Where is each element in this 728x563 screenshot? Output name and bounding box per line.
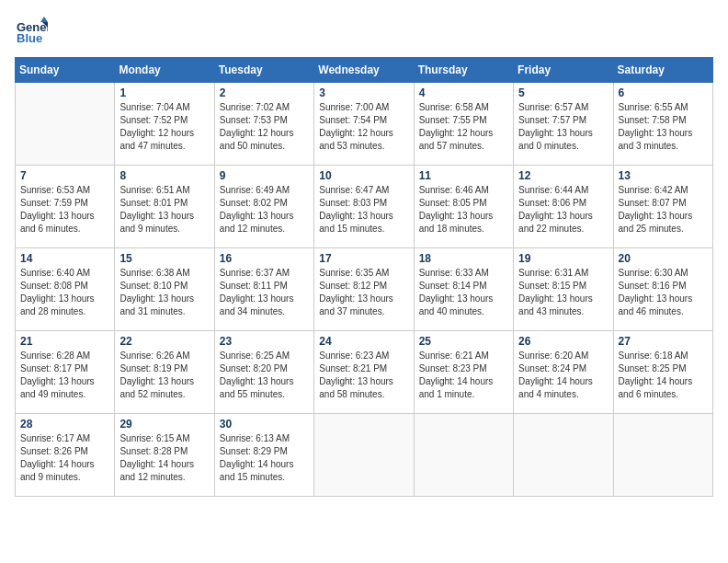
day-number: 14 (20, 252, 109, 265)
day-number: 1 (119, 86, 209, 99)
calendar-table: SundayMondayTuesdayWednesdayThursdayFrid… (15, 57, 713, 497)
day-number: 17 (319, 252, 408, 265)
cell-info: Sunrise: 6:47 AM Sunset: 8:03 PM Dayligh… (319, 184, 408, 236)
day-number: 10 (319, 169, 408, 182)
cell-info: Sunrise: 6:53 AM Sunset: 7:59 PM Dayligh… (20, 184, 109, 236)
weekday-header-row: SundayMondayTuesdayWednesdayThursdayFrid… (16, 58, 713, 83)
day-number: 29 (119, 418, 209, 431)
calendar-cell: 8Sunrise: 6:51 AM Sunset: 8:01 PM Daylig… (115, 166, 214, 248)
day-number: 26 (518, 335, 608, 348)
cell-info: Sunrise: 6:40 AM Sunset: 8:08 PM Dayligh… (20, 267, 109, 318)
calendar-cell: 19Sunrise: 6:31 AM Sunset: 8:15 PM Dayli… (514, 248, 613, 331)
day-number: 7 (20, 169, 109, 182)
cell-info: Sunrise: 6:26 AM Sunset: 8:19 PM Dayligh… (119, 350, 209, 401)
cell-info: Sunrise: 6:35 AM Sunset: 8:12 PM Dayligh… (319, 267, 408, 318)
calendar-cell: 11Sunrise: 6:46 AM Sunset: 8:05 PM Dayli… (414, 166, 513, 248)
weekday-header-thursday: Thursday (414, 58, 513, 83)
cell-info: Sunrise: 6:38 AM Sunset: 8:10 PM Dayligh… (119, 267, 209, 318)
day-number: 12 (518, 169, 608, 182)
day-number: 20 (619, 252, 708, 265)
cell-info: Sunrise: 6:44 AM Sunset: 8:06 PM Dayligh… (518, 184, 608, 236)
calendar-week-row: 14Sunrise: 6:40 AM Sunset: 8:08 PM Dayli… (16, 248, 713, 331)
cell-info: Sunrise: 6:28 AM Sunset: 8:17 PM Dayligh… (20, 350, 109, 401)
weekday-header-wednesday: Wednesday (314, 58, 414, 83)
day-number: 2 (220, 86, 309, 99)
calendar-cell: 18Sunrise: 6:33 AM Sunset: 8:14 PM Dayli… (414, 248, 513, 331)
calendar-cell: 5Sunrise: 6:57 AM Sunset: 7:57 PM Daylig… (514, 83, 613, 166)
cell-info: Sunrise: 7:00 AM Sunset: 7:54 PM Dayligh… (319, 101, 408, 153)
cell-info: Sunrise: 6:30 AM Sunset: 8:16 PM Dayligh… (619, 267, 708, 318)
calendar-cell: 26Sunrise: 6:20 AM Sunset: 8:24 PM Dayli… (514, 331, 613, 414)
calendar-cell: 9Sunrise: 6:49 AM Sunset: 8:02 PM Daylig… (214, 166, 313, 248)
calendar-cell: 3Sunrise: 7:00 AM Sunset: 7:54 PM Daylig… (314, 83, 414, 166)
calendar-cell: 12Sunrise: 6:44 AM Sunset: 8:06 PM Dayli… (514, 166, 613, 248)
calendar-cell: 29Sunrise: 6:15 AM Sunset: 8:28 PM Dayli… (115, 414, 214, 497)
day-number: 24 (319, 335, 408, 348)
cell-info: Sunrise: 6:25 AM Sunset: 8:20 PM Dayligh… (220, 350, 309, 401)
day-number: 25 (419, 335, 508, 348)
calendar-cell: 6Sunrise: 6:55 AM Sunset: 7:58 PM Daylig… (613, 83, 712, 166)
day-number: 19 (518, 252, 608, 265)
calendar-week-row: 21Sunrise: 6:28 AM Sunset: 8:17 PM Dayli… (16, 331, 713, 414)
calendar-cell: 7Sunrise: 6:53 AM Sunset: 7:59 PM Daylig… (16, 166, 115, 248)
cell-info: Sunrise: 6:58 AM Sunset: 7:55 PM Dayligh… (419, 101, 508, 153)
cell-info: Sunrise: 6:46 AM Sunset: 8:05 PM Dayligh… (419, 184, 508, 236)
cell-info: Sunrise: 6:20 AM Sunset: 8:24 PM Dayligh… (518, 350, 608, 401)
day-number: 9 (220, 169, 309, 182)
logo-icon: General Blue (15, 15, 48, 48)
day-number: 22 (119, 335, 209, 348)
calendar-cell: 23Sunrise: 6:25 AM Sunset: 8:20 PM Dayli… (214, 331, 313, 414)
calendar-cell: 1Sunrise: 7:04 AM Sunset: 7:52 PM Daylig… (115, 83, 214, 166)
day-number: 11 (419, 169, 508, 182)
calendar-week-row: 1Sunrise: 7:04 AM Sunset: 7:52 PM Daylig… (16, 83, 713, 166)
calendar-cell: 15Sunrise: 6:38 AM Sunset: 8:10 PM Dayli… (115, 248, 214, 331)
calendar-cell: 4Sunrise: 6:58 AM Sunset: 7:55 PM Daylig… (414, 83, 513, 166)
cell-info: Sunrise: 6:55 AM Sunset: 7:58 PM Dayligh… (619, 101, 708, 153)
calendar-cell: 17Sunrise: 6:35 AM Sunset: 8:12 PM Dayli… (314, 248, 414, 331)
day-number: 28 (20, 418, 109, 431)
cell-info: Sunrise: 6:51 AM Sunset: 8:01 PM Dayligh… (119, 184, 209, 236)
weekday-header-sunday: Sunday (16, 58, 115, 83)
cell-info: Sunrise: 6:15 AM Sunset: 8:28 PM Dayligh… (119, 432, 209, 484)
day-number: 8 (119, 169, 209, 182)
cell-info: Sunrise: 7:04 AM Sunset: 7:52 PM Dayligh… (119, 101, 209, 153)
cell-info: Sunrise: 6:33 AM Sunset: 8:14 PM Dayligh… (419, 267, 508, 318)
cell-info: Sunrise: 7:02 AM Sunset: 7:53 PM Dayligh… (220, 101, 309, 153)
calendar-cell: 28Sunrise: 6:17 AM Sunset: 8:26 PM Dayli… (16, 414, 115, 497)
day-number: 5 (518, 86, 608, 99)
calendar-cell: 30Sunrise: 6:13 AM Sunset: 8:29 PM Dayli… (214, 414, 313, 497)
cell-info: Sunrise: 6:18 AM Sunset: 8:25 PM Dayligh… (619, 350, 708, 401)
calendar-cell: 13Sunrise: 6:42 AM Sunset: 8:07 PM Dayli… (613, 166, 712, 248)
calendar-cell (414, 414, 513, 497)
day-number: 13 (619, 169, 708, 182)
calendar-cell: 16Sunrise: 6:37 AM Sunset: 8:11 PM Dayli… (214, 248, 313, 331)
day-number: 3 (319, 86, 408, 99)
calendar-cell: 10Sunrise: 6:47 AM Sunset: 8:03 PM Dayli… (314, 166, 414, 248)
page-header: General Blue (15, 15, 713, 48)
day-number: 18 (419, 252, 508, 265)
day-number: 23 (220, 335, 309, 348)
weekday-header-tuesday: Tuesday (214, 58, 313, 83)
day-number: 4 (419, 86, 508, 99)
calendar-week-row: 7Sunrise: 6:53 AM Sunset: 7:59 PM Daylig… (16, 166, 713, 248)
day-number: 6 (619, 86, 708, 99)
weekday-header-saturday: Saturday (613, 58, 712, 83)
calendar-cell: 21Sunrise: 6:28 AM Sunset: 8:17 PM Dayli… (16, 331, 115, 414)
calendar-cell (314, 414, 414, 497)
calendar-cell: 24Sunrise: 6:23 AM Sunset: 8:21 PM Dayli… (314, 331, 414, 414)
weekday-header-monday: Monday (115, 58, 214, 83)
calendar-cell: 2Sunrise: 7:02 AM Sunset: 7:53 PM Daylig… (214, 83, 313, 166)
day-number: 21 (20, 335, 109, 348)
cell-info: Sunrise: 6:31 AM Sunset: 8:15 PM Dayligh… (518, 267, 608, 318)
calendar-cell: 20Sunrise: 6:30 AM Sunset: 8:16 PM Dayli… (613, 248, 712, 331)
cell-info: Sunrise: 6:23 AM Sunset: 8:21 PM Dayligh… (319, 350, 408, 401)
calendar-cell (613, 414, 712, 497)
logo: General Blue (15, 15, 51, 48)
cell-info: Sunrise: 6:17 AM Sunset: 8:26 PM Dayligh… (20, 432, 109, 484)
calendar-cell: 27Sunrise: 6:18 AM Sunset: 8:25 PM Dayli… (613, 331, 712, 414)
calendar-cell (514, 414, 613, 497)
day-number: 16 (220, 252, 309, 265)
cell-info: Sunrise: 6:42 AM Sunset: 8:07 PM Dayligh… (619, 184, 708, 236)
svg-text:Blue: Blue (17, 31, 42, 45)
cell-info: Sunrise: 6:21 AM Sunset: 8:23 PM Dayligh… (419, 350, 508, 401)
